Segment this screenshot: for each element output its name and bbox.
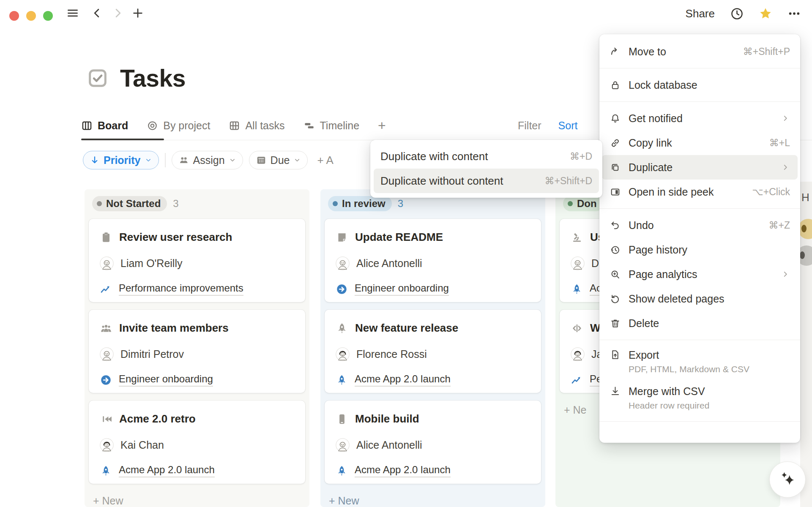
status-badge[interactable]: Not Started (92, 196, 167, 211)
chevron-right-icon (781, 270, 790, 279)
project-link[interactable]: Acme App 2.0 launch (355, 373, 451, 387)
clipboard-icon (100, 231, 112, 244)
zoom-window-button[interactable] (43, 11, 53, 21)
filter-button[interactable]: Filter (518, 120, 541, 132)
rocket-icon (336, 322, 348, 335)
note-icon (336, 231, 348, 244)
column-name: In review (342, 198, 385, 210)
phone-icon (336, 413, 348, 425)
context-menu: Move to ⌘+Shift+P Lock database Get noti… (599, 34, 800, 443)
add-filter-button[interactable]: + A (317, 154, 333, 167)
forward-button[interactable] (111, 6, 124, 20)
menu-item-merge-with-csv[interactable]: Merge with CSV Header row required (602, 381, 798, 417)
tab-board[interactable]: Board (81, 120, 128, 132)
project-link[interactable]: Acme App 2.0 launch (119, 464, 215, 477)
sort-button[interactable]: Sort (558, 120, 578, 132)
column-not-started: Not Started 3 Review user research Liam … (85, 189, 309, 507)
new-task-button[interactable]: + New (329, 495, 537, 507)
move-to-icon (610, 46, 621, 57)
menu-label: Show deleted pages (629, 293, 790, 305)
priority-sort-chip[interactable]: Priority (83, 151, 159, 169)
avatar (336, 347, 350, 361)
export-icon (610, 349, 621, 360)
close-window-button[interactable] (9, 11, 19, 21)
menu-subtitle: Header row required (629, 401, 790, 411)
task-card[interactable]: Review user research Liam O'Reilly Perfo… (89, 219, 305, 302)
menu-label: Page history (629, 244, 790, 256)
menu-item-open-side-peek[interactable]: Open in side peek ⌥+Click (602, 180, 798, 204)
updates-button[interactable] (730, 7, 744, 20)
avatar (336, 438, 350, 452)
project-link[interactable]: Performance improvements (119, 282, 243, 296)
new-task-button[interactable]: + New (93, 495, 301, 507)
status-badge[interactable]: In review (328, 196, 392, 211)
new-tab-button[interactable] (131, 6, 145, 20)
trash-icon (610, 318, 621, 329)
assign-filter-chip[interactable]: Assign (172, 151, 243, 169)
tab-timeline[interactable]: Timeline (303, 120, 360, 132)
submenu-item-duplicate-with-content[interactable]: Duplicate with content ⌘+D (374, 144, 599, 169)
menu-item-get-notified[interactable]: Get notified (602, 106, 798, 131)
down-arrow-icon (90, 155, 100, 165)
link-icon (610, 137, 621, 149)
share-button[interactable]: Share (686, 7, 715, 20)
task-card[interactable]: Update README Alice Antonelli Engineer o… (325, 219, 541, 302)
menu-label: Get notified (629, 112, 773, 125)
task-card[interactable]: Mobile build Alice Antonelli Acme App 2.… (325, 401, 541, 484)
hidden-column-label-fragment: H (801, 191, 809, 204)
column-name: Not Started (106, 198, 161, 210)
back-icon (91, 7, 103, 19)
submenu-item-duplicate-without-content[interactable]: Duplicate without content ⌘+Shift+D (374, 169, 599, 193)
task-card[interactable]: Acme 2.0 retro Kai Chan Acme App 2.0 lau… (89, 401, 305, 484)
avatar (336, 256, 350, 270)
clock-icon (730, 7, 744, 20)
more-options-button[interactable] (787, 7, 801, 20)
task-card[interactable]: New feature release Florence Rossi Acme … (325, 310, 541, 393)
task-title: New feature release (355, 322, 458, 335)
rocket-icon (336, 465, 348, 477)
tab-by-project[interactable]: By project (147, 120, 210, 132)
rocket-icon (336, 374, 348, 386)
bell-icon (610, 113, 621, 124)
chevron-down-icon (293, 156, 301, 164)
assignee-name: Alice Antonelli (356, 439, 422, 451)
menu-item-move-to[interactable]: Move to ⌘+Shift+P (602, 39, 798, 64)
menu-item-lock-database[interactable]: Lock database (602, 73, 798, 97)
add-view-button[interactable]: + (378, 118, 386, 134)
sidebar-menu-button[interactable] (66, 6, 79, 20)
menu-item-page-analytics[interactable]: Page analytics (602, 262, 798, 286)
menu-shortcut: ⌘+Shift+P (743, 46, 790, 57)
avatar (571, 256, 585, 270)
favorite-button[interactable] (759, 7, 772, 20)
chip-label: Priority (104, 154, 141, 166)
task-card[interactable]: Invite team members Dimitri Petrov Engin… (89, 310, 305, 393)
menu-label: Undo (629, 219, 761, 232)
tab-label: Timeline (320, 120, 360, 132)
tab-all-tasks[interactable]: All tasks (229, 120, 284, 132)
menu-shortcut: ⌘+Shift+D (545, 175, 593, 187)
minimize-window-button[interactable] (26, 11, 36, 21)
menu-item-duplicate[interactable]: Duplicate (602, 155, 798, 180)
menu-item-export[interactable]: Export PDF, HTML, Markdown & CSV (602, 344, 798, 381)
back-button[interactable] (90, 6, 104, 20)
brackets-icon (571, 322, 583, 335)
menu-item-delete[interactable]: Delete (602, 311, 798, 335)
chip-label: Assign (193, 154, 225, 166)
star-icon (759, 6, 772, 21)
project-link[interactable]: Engineer onboarding (119, 373, 213, 387)
sparkle-icon (778, 470, 797, 489)
menu-item-undo[interactable]: Undo ⌘+Z (602, 213, 798, 237)
project-link[interactable]: Engineer onboarding (355, 282, 449, 296)
status-dot-icon (333, 201, 338, 206)
menu-divider (599, 101, 800, 102)
menu-item-page-history[interactable]: Page history (602, 237, 798, 262)
project-link[interactable]: Acme App 2.0 launch (355, 464, 451, 477)
due-filter-chip[interactable]: Due (249, 151, 308, 169)
menu-subtitle: PDF, HTML, Markdown & CSV (629, 364, 790, 374)
menu-item-copy-link[interactable]: Copy link ⌘+L (602, 131, 798, 155)
ai-assistant-button[interactable] (769, 461, 806, 498)
status-badge[interactable]: Don (563, 196, 603, 211)
menu-item-show-deleted-pages[interactable]: Show deleted pages (602, 286, 798, 311)
people-icon (178, 155, 189, 166)
menu-label: Delete (629, 317, 790, 330)
